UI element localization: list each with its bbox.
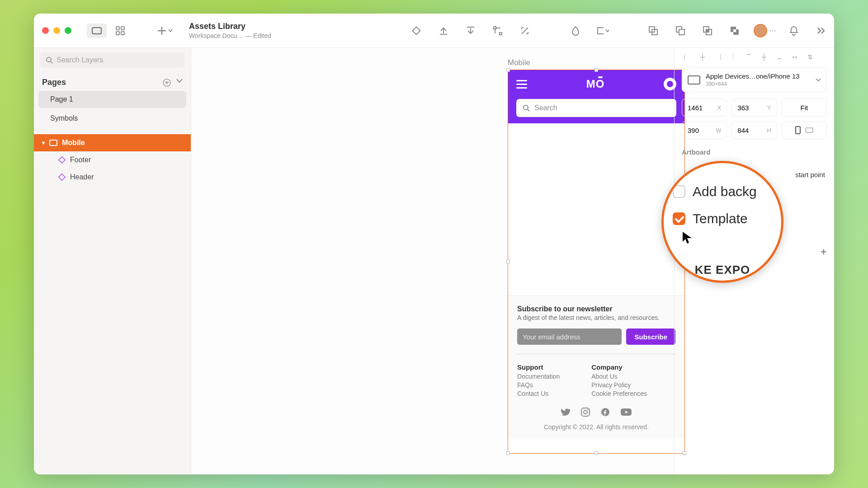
toolbar-tools [410, 24, 741, 37]
grid-view-icon [116, 26, 125, 35]
chevron-down-icon [605, 29, 609, 33]
subtract-icon [675, 26, 685, 36]
selection-handle[interactable] [594, 451, 598, 455]
orientation-toggle[interactable] [782, 121, 827, 139]
window-maximize[interactable] [65, 27, 71, 34]
page-item[interactable]: Symbols [38, 110, 186, 127]
layer-name: Footer [70, 156, 91, 164]
svg-rect-7 [500, 33, 502, 35]
footer-link: About Us [591, 373, 647, 380]
send-backward-icon [466, 26, 475, 35]
color-tool[interactable] [569, 24, 582, 37]
artboard-icon [49, 140, 57, 146]
artboard-mobile[interactable]: MO Search Subscribe to our newsletter A … [508, 70, 685, 454]
svg-rect-0 [92, 28, 101, 34]
forward-tool[interactable] [437, 24, 450, 37]
selection-handle[interactable] [594, 68, 598, 72]
svg-point-20 [524, 105, 528, 110]
canvas[interactable]: Mobile MO [191, 48, 674, 474]
window-minimize[interactable] [53, 27, 60, 34]
notifications-button[interactable] [789, 26, 799, 36]
y-field[interactable]: 363Y [731, 99, 777, 117]
align-center-h-icon[interactable]: ┼ [699, 53, 706, 61]
svg-rect-26 [796, 127, 800, 134]
preset-dims: 390×844 [706, 81, 810, 87]
mobile-header: MO Search [508, 70, 684, 123]
left-panel: Search Layers Pages Page 1 Symbols ▾ Mob… [34, 48, 191, 474]
backward-tool[interactable] [464, 24, 477, 37]
diamond-icon [411, 25, 422, 36]
subtract-tool[interactable] [674, 24, 687, 37]
align-bottom-icon[interactable]: ⎽ [776, 53, 783, 61]
pages-label: Pages [42, 78, 66, 87]
difference-icon [730, 26, 740, 36]
selection-handle[interactable] [506, 451, 510, 455]
chevron-down-icon [168, 29, 173, 33]
subscribe-button: Subscribe [626, 328, 675, 345]
svg-rect-6 [494, 27, 496, 29]
collapse-panel-button[interactable] [817, 27, 826, 34]
distribute-v-icon[interactable]: ⇅ [807, 53, 814, 61]
insert-button[interactable] [157, 26, 173, 35]
landscape-icon [805, 127, 813, 133]
footer-link: FAQs [517, 381, 560, 389]
w-field[interactable]: 390W [682, 121, 727, 139]
add-export-icon[interactable]: + [821, 246, 827, 258]
window-close[interactable] [42, 27, 49, 34]
svg-rect-5 [413, 27, 420, 34]
document-title: Assets Library [189, 22, 271, 31]
align-center-v-icon[interactable]: ┼ [760, 53, 768, 61]
user-menu[interactable]: ⋯ [754, 24, 777, 38]
symbol-icon [58, 174, 66, 181]
h-field[interactable]: 844H [731, 121, 777, 139]
svg-rect-17 [733, 29, 736, 32]
view-canvas-button[interactable] [87, 23, 107, 38]
page-item[interactable]: Page 1 [38, 91, 186, 108]
footer-link: Cookie Preferences [591, 390, 647, 397]
frame-tool[interactable] [596, 24, 609, 37]
artboard-label[interactable]: Mobile [508, 58, 530, 67]
search-icon [523, 104, 530, 112]
add-page-icon[interactable] [163, 79, 171, 87]
align-top-icon[interactable]: ⎺ [745, 53, 752, 61]
fit-button[interactable]: Fit [782, 99, 827, 117]
align-controls: ⎸ ┼ ⎹ | ⎺ ┼ ⎽ ⇿ ⇅ [682, 53, 827, 61]
component-tool[interactable] [410, 24, 423, 37]
layer-artboard-mobile[interactable]: ▾ Mobile [34, 134, 191, 151]
size-preset[interactable]: Apple Devices…one/iPhone 13 390×844 [682, 67, 827, 92]
search-icon [46, 56, 53, 64]
chevrons-right-icon [817, 27, 826, 34]
svg-rect-3 [116, 32, 119, 35]
view-components-button[interactable] [110, 23, 130, 38]
distribute-h-icon[interactable]: ⇿ [791, 53, 798, 61]
support-column: Support Documentation FAQs Contact Us [517, 363, 560, 397]
app-window: Assets Library Workspace Docu… — Edited [34, 14, 834, 474]
layer-footer[interactable]: Footer [34, 151, 191, 169]
chevron-down-icon[interactable] [176, 79, 183, 83]
edit-shape-tool[interactable] [491, 24, 504, 37]
intersect-icon [703, 26, 712, 36]
twitter-icon [561, 407, 571, 417]
add-background-label: Add backg [693, 184, 757, 199]
align-left-icon[interactable]: ⎸ [684, 53, 691, 61]
intersect-tool[interactable] [701, 24, 714, 37]
svg-rect-4 [121, 32, 124, 35]
svg-rect-27 [806, 128, 813, 132]
titlebar: Assets Library Workspace Docu… — Edited [34, 14, 834, 48]
align-right-icon[interactable]: ⎹ [714, 53, 722, 61]
difference-tool[interactable] [728, 24, 741, 37]
add-background-checkbox[interactable] [673, 185, 685, 198]
chevron-down-icon [816, 78, 821, 82]
selection-handle[interactable] [506, 260, 510, 263]
x-field[interactable]: 1461X [682, 99, 727, 117]
union-tool[interactable] [647, 24, 660, 37]
layer-header[interactable]: Header [34, 169, 191, 186]
svg-point-23 [587, 409, 588, 410]
view-toggle [87, 23, 130, 38]
layer-search[interactable]: Search Layers [40, 52, 184, 68]
cursor-icon [682, 231, 693, 244]
svg-rect-2 [121, 27, 124, 30]
transform-tool[interactable] [519, 24, 531, 37]
template-checkbox[interactable] [673, 212, 685, 225]
selection-handle[interactable] [506, 68, 510, 72]
